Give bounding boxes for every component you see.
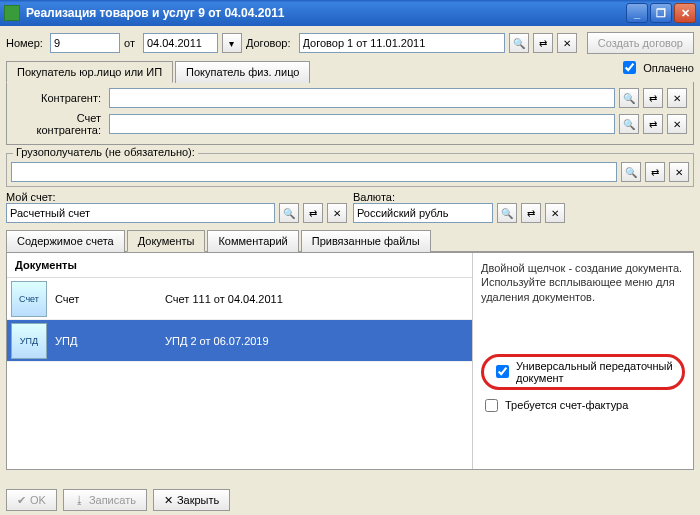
tab-files[interactable]: Привязанные файлы <box>301 230 431 252</box>
counterparty-label: Контрагент: <box>13 92 105 104</box>
documents-side: Двойной щелчок - создание документа. Исп… <box>473 253 693 469</box>
document-info: УПД 2 от 06.07.2019 <box>165 335 468 347</box>
maximize-button[interactable]: ❐ <box>650 3 672 23</box>
documents-list: Документы Счет Счет Счет 111 от 04.04.20… <box>7 253 473 469</box>
footer: ✔OK ⭳Записать ✕Закрыть <box>6 489 694 511</box>
number-label: Номер: <box>6 37 46 49</box>
counterparty-account-link-icon[interactable]: ⇄ <box>643 114 663 134</box>
close-window-button[interactable]: ✕ <box>674 3 696 23</box>
close-button[interactable]: ✕Закрыть <box>153 489 230 511</box>
counterparty-account-label: Счет контрагента: <box>13 112 105 136</box>
tab-documents[interactable]: Документы <box>127 230 206 252</box>
save-button[interactable]: ⭳Записать <box>63 489 147 511</box>
window-title: Реализация товаров и услуг 9 от 04.04.20… <box>26 6 624 20</box>
counterparty-account-input[interactable] <box>109 114 615 134</box>
myaccount-label: Мой счет: <box>6 191 347 203</box>
document-name: Счет <box>55 293 165 305</box>
from-label: от <box>124 37 139 49</box>
counterparty-account-clear-icon[interactable]: ✕ <box>667 114 687 134</box>
check-icon: ✔ <box>17 494 26 507</box>
invoice-required-label: Требуется счет-фактура <box>505 399 628 411</box>
currency-clear-icon[interactable]: ✕ <box>545 203 565 223</box>
contract-clear-icon[interactable]: ✕ <box>557 33 577 53</box>
documents-header: Документы <box>7 253 472 278</box>
document-row[interactable]: Счет Счет Счет 111 от 04.04.2011 <box>7 278 472 320</box>
consignee-search-icon[interactable]: 🔍 <box>621 162 641 182</box>
paid-label: Оплачено <box>643 62 694 74</box>
consignee-label: Грузополучатель (не обязательно): <box>13 146 198 158</box>
counterparty-search-icon[interactable]: 🔍 <box>619 88 639 108</box>
contract-label: Договор: <box>246 37 295 49</box>
save-icon: ⭳ <box>74 494 85 506</box>
currency-label: Валюта: <box>353 191 694 203</box>
myaccount-clear-icon[interactable]: ✕ <box>327 203 347 223</box>
paid-checkbox-wrap: Оплачено <box>619 58 694 77</box>
contract-link-icon[interactable]: ⇄ <box>533 33 553 53</box>
currency-input[interactable] <box>353 203 493 223</box>
contract-search-icon[interactable]: 🔍 <box>509 33 529 53</box>
myaccount-link-icon[interactable]: ⇄ <box>303 203 323 223</box>
upd-highlight: Универсальный передаточный документ <box>481 354 685 390</box>
tab-comment[interactable]: Комментарий <box>207 230 298 252</box>
document-row[interactable]: УПД УПД УПД 2 от 06.07.2019 <box>7 320 472 362</box>
header-row: Номер: от ▾ Договор: 🔍 ⇄ ✕ Создать догов… <box>6 32 694 54</box>
invoice-required-checkbox[interactable] <box>485 399 498 412</box>
upd-icon: УПД <box>11 323 47 359</box>
myaccount-input[interactable] <box>6 203 275 223</box>
invoice-icon: Счет <box>11 281 47 317</box>
consignee-link-icon[interactable]: ⇄ <box>645 162 665 182</box>
consignee-clear-icon[interactable]: ✕ <box>669 162 689 182</box>
document-info: Счет 111 от 04.04.2011 <box>165 293 468 305</box>
document-name: УПД <box>55 335 165 347</box>
documents-panel: Документы Счет Счет Счет 111 от 04.04.20… <box>6 252 694 470</box>
tab-buyer-legal[interactable]: Покупатель юр.лицо или ИП <box>6 61 173 83</box>
tab-content[interactable]: Содержимое счета <box>6 230 125 252</box>
myaccount-search-icon[interactable]: 🔍 <box>279 203 299 223</box>
consignee-input[interactable] <box>11 162 617 182</box>
create-contract-button[interactable]: Создать договор <box>587 32 694 54</box>
date-input[interactable] <box>143 33 218 53</box>
calendar-icon[interactable]: ▾ <box>222 33 242 53</box>
upd-checkbox-label: Универсальный передаточный документ <box>516 360 674 384</box>
currency-search-icon[interactable]: 🔍 <box>497 203 517 223</box>
currency-link-icon[interactable]: ⇄ <box>521 203 541 223</box>
ok-button[interactable]: ✔OK <box>6 489 57 511</box>
counterparty-input[interactable] <box>109 88 615 108</box>
tab-buyer-person[interactable]: Покупатель физ. лицо <box>175 61 310 83</box>
documents-hint: Двойной щелчок - создание документа. Исп… <box>481 261 685 304</box>
paid-checkbox[interactable] <box>623 61 636 74</box>
upd-checkbox[interactable] <box>496 365 509 378</box>
titlebar: Реализация товаров и услуг 9 от 04.04.20… <box>0 0 700 26</box>
app-icon <box>4 5 20 21</box>
number-input[interactable] <box>50 33 120 53</box>
counterparty-account-search-icon[interactable]: 🔍 <box>619 114 639 134</box>
counterparty-clear-icon[interactable]: ✕ <box>667 88 687 108</box>
minimize-button[interactable]: _ <box>626 3 648 23</box>
close-icon: ✕ <box>164 494 173 507</box>
contract-input[interactable] <box>299 33 505 53</box>
counterparty-link-icon[interactable]: ⇄ <box>643 88 663 108</box>
